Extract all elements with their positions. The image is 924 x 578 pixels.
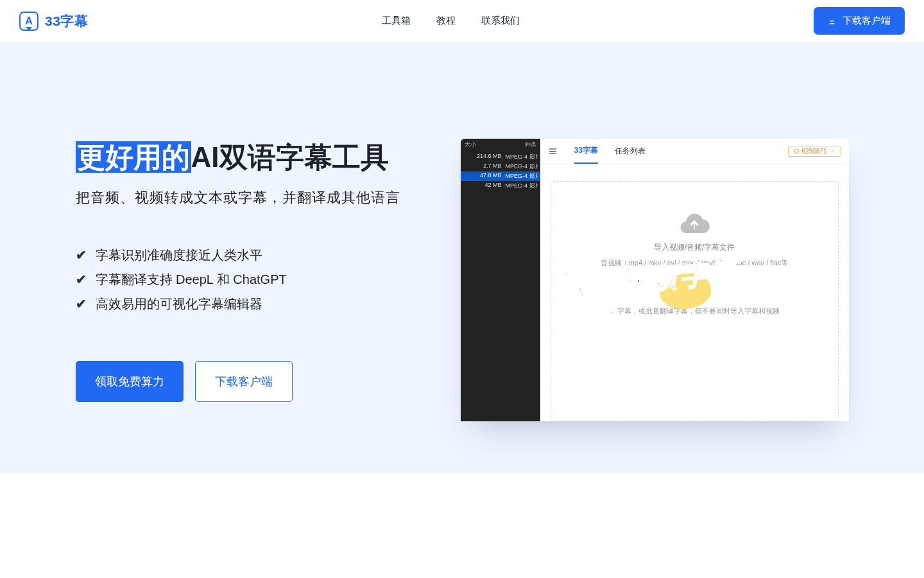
download-icon — [828, 17, 836, 25]
file-size: 42 MB — [461, 182, 506, 190]
header: A 33字幕 工具箱 教程 联系我们 下载客户端 — [0, 0, 924, 42]
file-row[interactable]: 214.6 MBMPEG-4 影片 — [461, 152, 540, 162]
cta-row: 领取免费算力 下载客户端 — [76, 361, 435, 402]
main-nav: 工具箱 教程 联系我们 — [88, 15, 814, 27]
get-free-credits-button[interactable]: 领取免费算力 — [76, 361, 184, 402]
hero-inner: 更好用的AI双语字幕工具 把音频、视频转成文本或字幕，并翻译成其他语言 字幕识别… — [76, 139, 849, 421]
headline-rest: AI双语字幕工具 — [191, 141, 389, 173]
hero: 更好用的AI双语字幕工具 把音频、视频转成文本或字幕，并翻译成其他语言 字幕识别… — [0, 42, 924, 473]
feature-item: 字幕翻译支持 DeepL 和 ChatGPT — [76, 267, 435, 292]
menu-icon[interactable] — [548, 146, 558, 156]
subheadline: 把音频、视频转成文本或字幕，并翻译成其他语言 — [76, 188, 435, 207]
app-screenshot: 大小 种类 214.6 MBMPEG-4 影片2.7 MBMPEG-4 影片47… — [461, 139, 849, 421]
coin-icon — [794, 148, 800, 154]
file-type: MPEG-4 影片 — [506, 182, 538, 190]
download-client-button-hero[interactable]: 下载客户端 — [195, 361, 293, 402]
file-size: 214.6 MB — [461, 153, 506, 161]
feature-item: 高效易用的可视化字幕编辑器 — [76, 292, 435, 316]
file-row[interactable]: 47.8 MBMPEG-4 影片 — [461, 171, 540, 181]
finder-sidebar: 大小 种类 214.6 MBMPEG-4 影片2.7 MBMPEG-4 影片47… — [461, 139, 540, 421]
cloud-upload-icon — [679, 210, 710, 233]
download-client-button-header[interactable]: 下载客户端 — [814, 7, 905, 35]
file-type: MPEG-4 影片 — [506, 153, 538, 161]
logo-icon: A — [19, 12, 38, 31]
feature-item: 字幕识别准确度接近人类水平 — [76, 243, 435, 267]
file-row[interactable]: 42 MBMPEG-4 影片 — [461, 181, 540, 191]
download-client-label: 下载客户端 — [843, 15, 891, 27]
dropzone-title: 导入视频/音频/字幕文件 — [654, 242, 735, 253]
credit-badge[interactable]: 6250871 — [788, 146, 841, 157]
nav-toolbox[interactable]: 工具箱 — [382, 15, 411, 27]
credit-value: 6250871 — [802, 148, 827, 155]
headline-highlight: 更好用的 — [76, 141, 191, 173]
dropzone-note: ... 字幕，或批量翻译字幕，但不要同时导入字幕和视频 — [609, 306, 779, 316]
file-size: 47.8 MB — [461, 172, 506, 180]
nav-contact[interactable]: 联系我们 — [481, 15, 520, 27]
feature-list: 字幕识别准确度接近人类水平 字幕翻译支持 DeepL 和 ChatGPT 高效易… — [76, 243, 435, 316]
col-size: 大小 — [465, 141, 525, 149]
headline: 更好用的AI双语字幕工具 — [76, 139, 435, 175]
file-type: MPEG-4 影片 — [506, 162, 538, 171]
logo-text: 33字幕 — [45, 12, 88, 30]
finder-columns: 大小 种类 — [461, 139, 540, 152]
tab-tasks[interactable]: 任务列表 — [615, 146, 646, 163]
file-row[interactable]: 2.7 MBMPEG-4 影片 — [461, 162, 540, 171]
col-type: 种类 — [525, 141, 536, 149]
tab-33zimu[interactable]: 33字幕 — [574, 145, 598, 164]
svg-point-0 — [794, 149, 799, 153]
hero-copy: 更好用的AI双语字幕工具 把音频、视频转成文本或字幕，并翻译成其他语言 字幕识别… — [76, 139, 435, 402]
nav-tutorial[interactable]: 教程 — [436, 15, 456, 27]
file-size: 2.7 MB — [461, 162, 506, 171]
file-type: MPEG-4 影片 — [506, 172, 538, 180]
chevron-down-icon — [830, 148, 835, 154]
logo[interactable]: A 33字幕 — [19, 12, 88, 31]
app-tabbar: 33字幕 任务列表 6250871 — [540, 139, 849, 164]
